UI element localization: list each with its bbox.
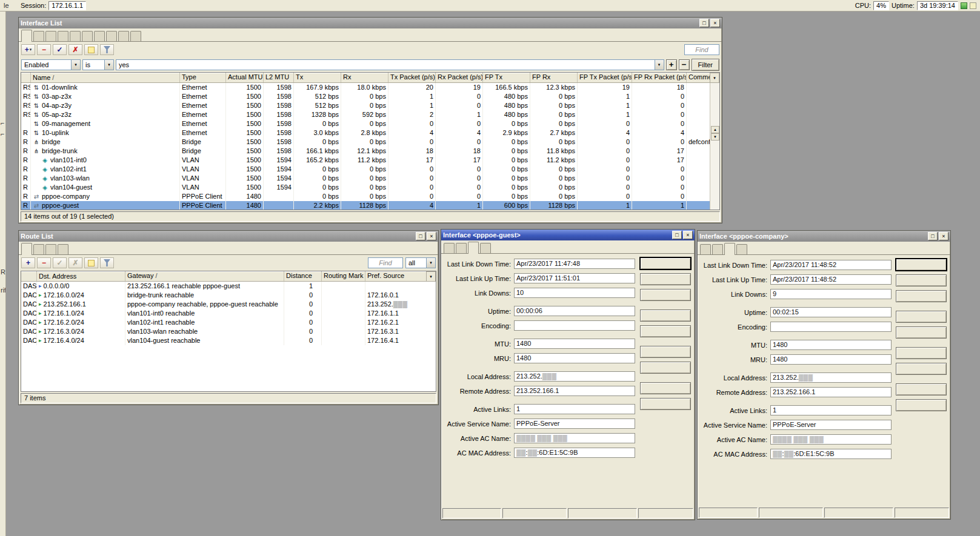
col-rx-packet[interactable]: Rx Packet (p/s) [436,73,483,82]
field-value[interactable]: Apr/23/2017 11:51:01 [514,273,635,283]
dialog-button[interactable] [640,382,691,394]
field-value[interactable]: 1480 [770,354,892,365]
route-row[interactable]: DAC ▸172.16.1.0/24 vlan101-int0 reachabl… [21,309,436,318]
add-button[interactable]: +▾ [21,44,35,55]
filter-op-select[interactable]: is ▾ [82,59,114,70]
close-button[interactable]: × [939,232,948,240]
dialog-button[interactable] [896,383,947,395]
remove-button[interactable]: − [37,257,51,268]
dialog-tab[interactable] [468,242,479,254]
filter-apply-button[interactable]: Filter [692,59,719,71]
interface-list-tab[interactable] [82,31,93,41]
filter-toggle-button[interactable] [100,44,114,55]
remove-button[interactable]: − [37,44,51,55]
interface-list-tab[interactable] [118,31,129,41]
dialog-button[interactable] [896,259,947,271]
dialog-tab[interactable] [456,243,467,253]
field-value[interactable]: Apr/23/2017 11:47:48 [514,259,635,269]
route-row[interactable]: DAC ▸172.16.2.0/24 vlan102-int1 reachabl… [21,318,436,327]
comment-button[interactable] [84,44,98,55]
find-input[interactable] [684,44,719,55]
close-button[interactable]: × [710,19,720,27]
route-list-titlebar[interactable]: Route List □ × [19,231,438,242]
dialog-tab[interactable] [700,244,711,254]
dialog-button[interactable] [640,362,691,374]
route-row[interactable]: DAS ▸0.0.0.0/0 213.252.166.1 reachable p… [21,282,436,291]
dialog-button[interactable] [640,257,691,270]
interface-row[interactable]: R ⇄pppoe-guest PPPoE Client 1480 2.2 kbp… [21,201,719,210]
find-input[interactable] [368,257,403,268]
field-value[interactable]: Apr/23/2017 11:48:52 [770,274,892,285]
restore-button[interactable]: □ [928,232,938,240]
route-list-tab[interactable] [45,244,56,254]
dialog-button[interactable] [896,326,947,339]
interface-row[interactable]: R ⇄pppoe-company PPPoE Client 1480 0 bps… [21,192,719,201]
close-button[interactable]: × [427,232,436,240]
col-pref-source[interactable]: Pref. Source [365,271,436,281]
col-tx-packet[interactable]: Tx Packet (p/s) [388,73,436,82]
interface-row[interactable]: R ◈vlan101-int0 VLAN 1500 1594 165.2 kbp… [21,156,719,165]
disable-button[interactable]: ✗ [68,44,82,55]
route-list-tab[interactable] [58,244,68,254]
dialog-button[interactable] [640,289,691,301]
dialog-button[interactable] [896,363,947,375]
dialog-button[interactable] [640,398,691,410]
session-address[interactable]: 172.16.1.1 [48,1,86,10]
filter-field-select[interactable]: Enabled ▾ [21,59,81,70]
dialog-button[interactable] [640,346,691,358]
field-value[interactable]: 1 [770,405,892,415]
dialog-tab[interactable] [724,243,735,255]
dialog-button[interactable] [896,311,947,323]
col-l2-mtu[interactable]: L2 MTU [264,73,294,82]
enable-button[interactable]: ✓ [53,257,67,268]
dialog-button[interactable] [640,325,691,337]
interface-list-tab[interactable] [33,31,44,41]
interface-list-tab[interactable] [94,31,105,41]
interface-row[interactable]: RS ⇅01-downlink Ethernet 1500 1598 167.9… [21,83,719,92]
dialog-button[interactable] [896,347,947,359]
col-name[interactable]: Name / [31,73,180,82]
col-tx[interactable]: Tx [294,73,341,82]
field-value[interactable]: PPPoE-Server [514,419,635,429]
route-row[interactable]: DAC ▸172.16.0.0/24 bridge-trunk reachabl… [21,291,436,300]
interface-row[interactable]: R ⇅10-uplink Ethernet 1500 1598 3.0 kbps… [21,128,719,137]
field-value[interactable]: ▒▒▒▒ ▒▒▒ ▒▒▒ [770,434,892,445]
filter-remove-button[interactable]: − [679,59,690,70]
pppoe-guest-titlebar[interactable]: Interface <pppoe-guest> □ × [441,230,695,240]
col-actual-mtu[interactable]: Actual MTU [226,73,264,82]
interface-row[interactable]: RS ⇅03-ap-z3x Ethernet 1500 1598 512 bps… [21,92,719,101]
field-value[interactable]: 213.252.▒▒▒ [770,372,892,383]
interface-row[interactable]: R ⋔bridge-trunk Bridge 1500 1598 166.1 k… [21,147,719,156]
field-value[interactable] [770,322,892,332]
col-routing-mark[interactable]: Routing Mark [322,271,365,281]
interface-row[interactable]: R ◈vlan103-wlan VLAN 1500 1594 0 bps 0 b… [21,174,719,183]
interface-list-tab[interactable] [21,30,32,42]
dialog-tab[interactable] [712,244,723,254]
field-value[interactable]: ▒▒:▒▒:6D:E1:5C:9B [514,448,635,458]
add-button[interactable]: + [21,257,35,268]
field-value[interactable]: 1480 [514,339,635,349]
col-fp-rx-packet[interactable]: FP Rx Packet (p/s) [632,73,687,82]
dialog-button[interactable] [896,274,947,286]
disable-button[interactable]: ✗ [68,257,82,268]
interface-list-tab[interactable] [130,31,141,41]
column-selector-button[interactable]: ▾ [710,73,719,83]
interface-list-tab[interactable] [58,31,68,41]
route-list-tab[interactable] [21,243,32,255]
close-button[interactable]: × [683,231,693,239]
restore-button[interactable]: □ [416,232,425,240]
col-fp-tx-packet[interactable]: FP Tx Packet (p/s) [578,73,632,82]
route-row[interactable]: DAC ▸213.252.166.1 pppoe-company reachab… [21,300,436,309]
col-type[interactable]: Type [180,73,226,82]
interface-row[interactable]: R ◈vlan102-int1 VLAN 1500 1594 0 bps 0 b… [21,165,719,174]
interface-list-titlebar[interactable]: Interface List □ × [19,18,722,28]
dialog-button[interactable] [640,309,691,322]
interface-row[interactable]: R ⋔bridge Bridge 1500 1598 0 bps 0 bps 0… [21,137,719,147]
route-list-tab[interactable] [33,244,44,254]
pppoe-company-titlebar[interactable]: Interface <pppoe-company> □ × [698,231,950,242]
field-value[interactable]: 00:02:15 [770,307,892,317]
field-value[interactable]: PPPoE-Server [770,420,892,430]
field-value[interactable]: ▒▒▒▒ ▒▒▒ ▒▒▒ [514,433,635,443]
col-gateway[interactable]: Gateway / [125,271,284,281]
interface-list-tab[interactable] [70,31,81,41]
